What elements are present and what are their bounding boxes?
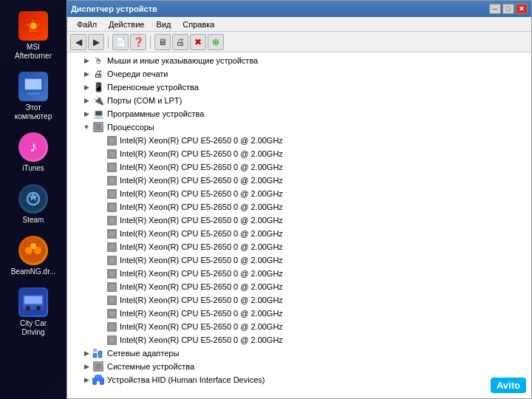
taskbar-left: MSIAfterburner Этоткомпьютер ♪: [0, 0, 66, 399]
cpu-label-4: Intel(R) Xeon(R) CPU E5-2650 0 @ 2.00GHz: [120, 189, 283, 198]
minimize-button[interactable]: ─: [489, 4, 501, 14]
close-button[interactable]: ✕: [516, 4, 528, 14]
tree-item-system[interactable]: ▶ Системные устройства: [67, 360, 531, 373]
svg-rect-33: [109, 204, 115, 211]
help-button[interactable]: ❓: [130, 34, 146, 50]
cpu-label-3: Intel(R) Xeon(R) CPU E5-2650 0 @ 2.00GHz: [120, 176, 283, 185]
icon-system: [92, 361, 104, 372]
svg-rect-4: [30, 91, 37, 93]
icon-cpu-4: [107, 189, 117, 199]
remove-button[interactable]: ✖: [190, 34, 206, 50]
tree-item-mice[interactable]: ▶ 🖱 Мыши и иные указывающие устройства: [67, 54, 531, 67]
tree-item-processors[interactable]: ▼ Процессоры: [67, 120, 531, 134]
toolbar-sep-2: [150, 35, 151, 49]
svg-rect-55: [98, 351, 102, 358]
properties-button[interactable]: 📄: [112, 34, 129, 50]
cpu-label-5: Intel(R) Xeon(R) CPU E5-2650 0 @ 2.00GHz: [120, 202, 283, 211]
cpu-label-13: Intel(R) Xeon(R) CPU E5-2650 0 @ 2.00GHz: [120, 309, 283, 318]
beamng-label: BeamNG.dr...: [11, 267, 56, 276]
svg-rect-54: [93, 353, 97, 358]
cpu-item-12[interactable]: ▶ Intel(R) Xeon(R) CPU E5-2650 0 @ 2.00G…: [67, 293, 531, 307]
toolbar-sep-1: [108, 35, 109, 49]
tree-item-hid[interactable]: ▶ Устройства HID (Human Interface Device…: [67, 373, 531, 386]
icon-cpu-3: [107, 176, 117, 185]
cpu-item-7[interactable]: ▶ Intel(R) Xeon(R) CPU E5-2650 0 @ 2.00G…: [67, 227, 531, 240]
device-manager-window: Диспетчер устройств ─ □ ✕ Файл Действие …: [66, 0, 532, 399]
svg-rect-45: [109, 284, 115, 290]
icon-cpu-10: [107, 269, 117, 279]
cpu-item-4[interactable]: ▶ Intel(R) Xeon(R) CPU E5-2650 0 @ 2.00G…: [67, 187, 531, 200]
menubar: Файл Действие Вид Справка: [67, 17, 531, 32]
cpu-item-13[interactable]: ▶ Intel(R) Xeon(R) CPU E5-2650 0 @ 2.00G…: [67, 307, 531, 320]
menu-help[interactable]: Справка: [177, 18, 220, 30]
icon-itunes[interactable]: ♪ iTunes: [6, 129, 61, 177]
cpu-item-9[interactable]: ▶ Intel(R) Xeon(R) CPU E5-2650 0 @ 2.00G…: [67, 253, 531, 267]
svg-rect-47: [109, 297, 115, 304]
tree-item-software[interactable]: ▶ 💻 Программные устройства: [67, 107, 531, 120]
cpu-item-0[interactable]: ▶ Intel(R) Xeon(R) CPU E5-2650 0 @ 2.00G…: [67, 134, 531, 147]
label-ports: Порты (COM и LPT): [107, 96, 182, 105]
label-network: Сетевые адаптеры: [107, 349, 179, 358]
svg-rect-61: [100, 378, 104, 385]
icon-network: [92, 347, 104, 359]
cpu-item-3[interactable]: ▶ Intel(R) Xeon(R) CPU E5-2650 0 @ 2.00G…: [67, 174, 531, 187]
svg-rect-29: [109, 177, 115, 184]
svg-rect-49: [109, 310, 115, 317]
cpu-item-8[interactable]: ▶ Intel(R) Xeon(R) CPU E5-2650 0 @ 2.00G…: [67, 240, 531, 253]
icon-this-computer[interactable]: Этоткомпьютер: [6, 68, 61, 125]
svg-rect-56: [93, 349, 97, 352]
cpu-label-12: Intel(R) Xeon(R) CPU E5-2650 0 @ 2.00GHz: [120, 296, 283, 304]
menu-file[interactable]: Файл: [71, 18, 103, 30]
print-button[interactable]: 🖨: [172, 34, 188, 50]
avito-badge: Avito: [491, 378, 526, 393]
cpu-item-15[interactable]: ▶ Intel(R) Xeon(R) CPU E5-2650 0 @ 2.00G…: [67, 333, 531, 347]
arrow-hid: ▶: [82, 375, 91, 384]
cpu-item-2[interactable]: ▶ Intel(R) Xeon(R) CPU E5-2650 0 @ 2.00G…: [67, 160, 531, 174]
back-button[interactable]: ◀: [70, 34, 86, 50]
cpu-item-5[interactable]: ▶ Intel(R) Xeon(R) CPU E5-2650 0 @ 2.00G…: [67, 200, 531, 214]
arrow-network: ▶: [82, 349, 91, 358]
tree-item-print[interactable]: ▶ 🖨 Очереди печати: [67, 67, 531, 81]
tree-item-network[interactable]: ▶ Сетевые адаптеры: [67, 347, 531, 360]
svg-rect-58: [95, 364, 101, 369]
icon-cpu-8: [107, 242, 117, 252]
icon-cpu-11: [107, 282, 117, 292]
cpu-item-1[interactable]: ▶ Intel(R) Xeon(R) CPU E5-2650 0 @ 2.00G…: [67, 147, 531, 160]
tree-item-portable[interactable]: ▶ 📱 Переносные устройства: [67, 81, 531, 94]
forward-button[interactable]: ▶: [88, 34, 104, 50]
cpu-label-9: Intel(R) Xeon(R) CPU E5-2650 0 @ 2.00GHz: [120, 256, 283, 265]
icon-cpu-7: [107, 229, 117, 239]
icon-mice: 🖱: [92, 55, 104, 66]
menu-action[interactable]: Действие: [103, 18, 150, 30]
cpu-label-11: Intel(R) Xeon(R) CPU E5-2650 0 @ 2.00GHz: [120, 282, 283, 291]
svg-point-19: [36, 306, 41, 310]
device-tree[interactable]: ▶ 🖱 Мыши и иные указывающие устройства ▶…: [67, 52, 531, 398]
add-button[interactable]: ⊕: [208, 34, 224, 50]
cpu-label-1: Intel(R) Xeon(R) CPU E5-2650 0 @ 2.00GHz: [120, 149, 283, 158]
msi-afterburner-label: MSIAfterburner: [15, 43, 52, 61]
scan-button[interactable]: 🖥: [154, 34, 171, 50]
cpu-item-6[interactable]: ▶ Intel(R) Xeon(R) CPU E5-2650 0 @ 2.00G…: [67, 214, 531, 227]
svg-rect-23: [109, 137, 115, 144]
icon-msi-afterburner[interactable]: MSIAfterburner: [6, 7, 61, 64]
label-system: Системные устройства: [107, 362, 194, 371]
svg-rect-5: [27, 93, 39, 95]
icon-steam[interactable]: Steam: [6, 180, 61, 228]
label-processors: Процессоры: [107, 123, 154, 132]
cpu-item-11[interactable]: ▶ Intel(R) Xeon(R) CPU E5-2650 0 @ 2.00G…: [67, 280, 531, 293]
icon-city-car-driving[interactable]: City CarDriving: [6, 284, 61, 341]
svg-rect-51: [109, 324, 115, 330]
cpu-item-14[interactable]: ▶ Intel(R) Xeon(R) CPU E5-2650 0 @ 2.00G…: [67, 320, 531, 333]
icon-beamng[interactable]: BeamNG.dr...: [6, 232, 61, 280]
svg-rect-31: [109, 191, 115, 197]
icon-cpu-2: [107, 163, 117, 172]
tree-item-ports[interactable]: ▶ 🔌 Порты (COM и LPT): [67, 94, 531, 107]
svg-rect-39: [109, 244, 115, 250]
icon-cpu-15: [107, 335, 117, 345]
maximize-button[interactable]: □: [502, 4, 514, 14]
menu-view[interactable]: Вид: [150, 18, 177, 30]
cpu-item-10[interactable]: ▶ Intel(R) Xeon(R) CPU E5-2650 0 @ 2.00G…: [67, 267, 531, 280]
svg-rect-41: [109, 257, 115, 264]
icon-cpu-9: [107, 256, 117, 265]
label-mice: Мыши и иные указывающие устройства: [107, 56, 258, 65]
